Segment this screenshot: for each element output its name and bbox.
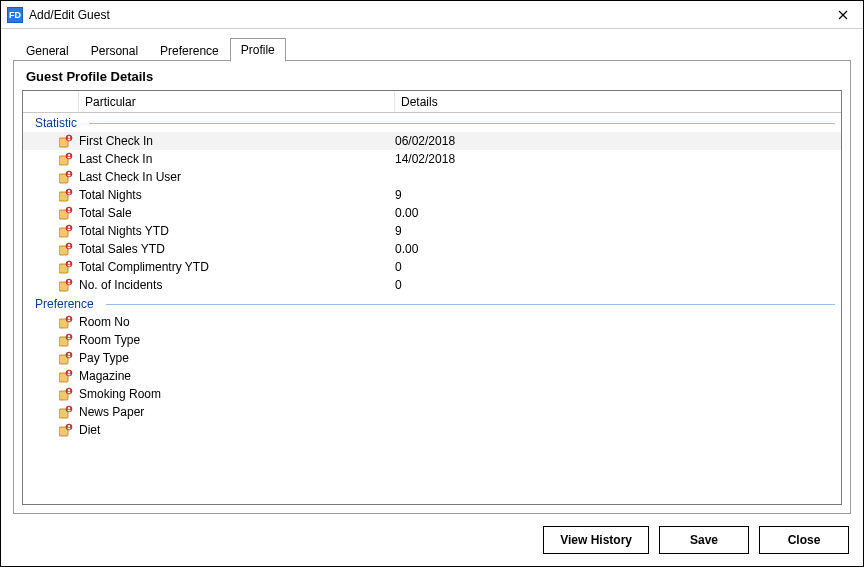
grid-body[interactable]: StatisticFirst Check In06/02/2018Last Ch…: [23, 113, 841, 504]
table-row[interactable]: No. of Incidents0: [23, 276, 841, 294]
item-icon: [59, 242, 73, 256]
row-icon-cell: [23, 260, 79, 274]
table-row[interactable]: Last Check In User: [23, 168, 841, 186]
group-header-label: Preference: [35, 297, 94, 311]
svg-point-8: [68, 172, 70, 174]
item-icon: [59, 333, 73, 347]
table-row[interactable]: News Paper: [23, 403, 841, 421]
close-icon: [838, 10, 848, 20]
item-icon: [59, 224, 73, 238]
table-row[interactable]: Pay Type: [23, 349, 841, 367]
item-icon: [59, 405, 73, 419]
tab-personal[interactable]: Personal: [80, 39, 149, 62]
item-icon: [59, 188, 73, 202]
dialog-window: FD Add/Edit Guest GeneralPersonalPrefere…: [0, 0, 864, 567]
row-particular: Room Type: [79, 333, 395, 347]
svg-point-38: [68, 371, 70, 373]
row-particular: First Check In: [79, 134, 395, 148]
group-header-statistic: Statistic: [23, 113, 841, 132]
row-icon-cell: [23, 152, 79, 166]
view-history-button[interactable]: View History: [543, 526, 649, 554]
row-particular: Total Sale: [79, 206, 395, 220]
item-icon: [59, 351, 73, 365]
row-details: 9: [395, 188, 841, 202]
table-row[interactable]: Total Sale0.00: [23, 204, 841, 222]
window-close-button[interactable]: [823, 1, 863, 29]
row-icon-cell: [23, 188, 79, 202]
row-details: 0.00: [395, 242, 841, 256]
row-icon-cell: [23, 242, 79, 256]
tab-preference[interactable]: Preference: [149, 39, 230, 62]
svg-point-29: [68, 317, 70, 319]
item-icon: [59, 423, 73, 437]
svg-point-20: [68, 244, 70, 246]
item-icon: [59, 260, 73, 274]
item-icon: [59, 278, 73, 292]
tabs-row: GeneralPersonalPreferenceProfile: [13, 37, 851, 61]
column-header-particular[interactable]: Particular: [79, 91, 395, 112]
row-icon-cell: [23, 405, 79, 419]
group-header-line: [89, 123, 835, 124]
row-icon-cell: [23, 134, 79, 148]
row-particular: Total Nights: [79, 188, 395, 202]
row-particular: Total Nights YTD: [79, 224, 395, 238]
window-title: Add/Edit Guest: [29, 8, 823, 22]
column-header-icon: [23, 91, 79, 112]
row-details: 0: [395, 260, 841, 274]
row-icon-cell: [23, 333, 79, 347]
svg-point-47: [68, 425, 70, 427]
row-particular: Room No: [79, 315, 395, 329]
dialog-button-row: View History Save Close: [13, 514, 851, 554]
table-row[interactable]: Magazine: [23, 367, 841, 385]
svg-point-23: [68, 262, 70, 264]
table-row[interactable]: Total Nights9: [23, 186, 841, 204]
svg-point-5: [68, 154, 70, 156]
row-particular: Smoking Room: [79, 387, 395, 401]
item-icon: [59, 152, 73, 166]
row-icon-cell: [23, 423, 79, 437]
row-icon-cell: [23, 369, 79, 383]
svg-point-17: [68, 226, 70, 228]
row-particular: Diet: [79, 423, 395, 437]
group-header-preference: Preference: [23, 294, 841, 313]
row-particular: Last Check In: [79, 152, 395, 166]
tab-general[interactable]: General: [15, 39, 80, 62]
title-bar: FD Add/Edit Guest: [1, 1, 863, 29]
table-row[interactable]: First Check In06/02/2018: [23, 132, 841, 150]
table-row[interactable]: Smoking Room: [23, 385, 841, 403]
table-row[interactable]: Total Sales YTD0.00: [23, 240, 841, 258]
table-row[interactable]: Room No: [23, 313, 841, 331]
row-icon-cell: [23, 351, 79, 365]
save-button[interactable]: Save: [659, 526, 749, 554]
svg-point-2: [68, 136, 70, 138]
svg-point-41: [68, 389, 70, 391]
row-particular: Total Sales YTD: [79, 242, 395, 256]
item-icon: [59, 369, 73, 383]
table-row[interactable]: Total Complimentry YTD0: [23, 258, 841, 276]
table-row[interactable]: Last Check In14/02/2018: [23, 150, 841, 168]
row-particular: News Paper: [79, 405, 395, 419]
group-header-line: [106, 304, 835, 305]
close-button[interactable]: Close: [759, 526, 849, 554]
column-header-details[interactable]: Details: [395, 91, 823, 112]
table-row[interactable]: Total Nights YTD9: [23, 222, 841, 240]
app-icon: FD: [7, 7, 23, 23]
row-icon-cell: [23, 224, 79, 238]
profile-grid: Particular Details StatisticFirst Check …: [22, 90, 842, 505]
table-row[interactable]: Room Type: [23, 331, 841, 349]
row-icon-cell: [23, 170, 79, 184]
item-icon: [59, 315, 73, 329]
window-body: GeneralPersonalPreferenceProfile Guest P…: [1, 29, 863, 566]
row-details: 14/02/2018: [395, 152, 841, 166]
item-icon: [59, 387, 73, 401]
svg-point-11: [68, 190, 70, 192]
svg-point-44: [68, 407, 70, 409]
row-particular: No. of Incidents: [79, 278, 395, 292]
svg-point-32: [68, 335, 70, 337]
tab-profile[interactable]: Profile: [230, 38, 286, 62]
tab-panel-profile: Guest Profile Details Particular Details…: [13, 60, 851, 514]
row-icon-cell: [23, 315, 79, 329]
table-row[interactable]: Diet: [23, 421, 841, 439]
svg-point-14: [68, 208, 70, 210]
panel-title: Guest Profile Details: [22, 67, 842, 90]
